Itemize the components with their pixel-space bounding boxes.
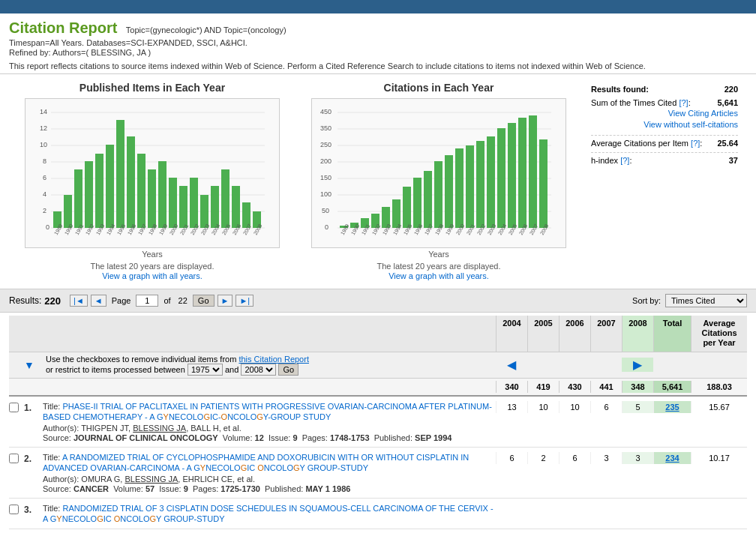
article2-total-link[interactable]: 234: [665, 454, 679, 463]
published-chart-svg: 0 2 4 6 8 10 12 14: [32, 102, 272, 237]
svg-rect-17: [64, 195, 72, 228]
article3-num: 3.: [24, 503, 43, 515]
page-input[interactable]: [136, 295, 158, 307]
svg-text:8: 8: [43, 157, 46, 165]
svg-text:350: 350: [320, 124, 332, 132]
article1-total-link[interactable]: 235: [665, 403, 679, 412]
published-chart-note: The latest 20 years are displayed.: [9, 262, 296, 271]
svg-text:200: 200: [320, 157, 332, 165]
citations-view-all-link[interactable]: View a graph with all years.: [388, 271, 489, 280]
sum-question[interactable]: [?]: [679, 98, 688, 107]
svg-text:450: 450: [320, 108, 332, 115]
article3-title-label: Title:: [43, 504, 63, 513]
nav-arrows-row: ▼ Use the checkboxes to remove individua…: [9, 352, 747, 379]
page-label: Page: [112, 296, 131, 305]
svg-text:0: 0: [46, 223, 50, 231]
svg-rect-20: [95, 154, 104, 228]
article1-checkbox[interactable]: [9, 403, 19, 412]
article2-source: Source: CANCER Volume: 57 Issue: 9 Pages…: [43, 484, 496, 493]
hindex-value: 37: [729, 156, 738, 165]
article-row-3: 3. Title: RANDOMIZED TRIAL OF 3 CISPLATI…: [9, 499, 747, 529]
article1-avg: 15.67: [691, 401, 747, 413]
view-citing-link[interactable]: View Citing Articles: [591, 109, 738, 118]
prev-year-arrow[interactable]: ◀: [496, 358, 527, 372]
stats-panel: Results found: 220 Sum of the Times Cite…: [582, 82, 747, 281]
svg-rect-84: [466, 145, 474, 228]
avg-question[interactable]: [?]: [691, 139, 700, 148]
article3-content: Title: RANDOMIZED TRIAL OF 3 CISPLATIN D…: [43, 503, 496, 524]
svg-rect-82: [445, 155, 453, 228]
go-button[interactable]: Go: [193, 295, 214, 307]
published-chart-container: 0 2 4 6 8 10 12 14: [25, 98, 280, 248]
next-page-button[interactable]: ►: [218, 295, 233, 307]
svg-rect-32: [221, 169, 230, 228]
svg-rect-29: [190, 178, 198, 228]
published-years-label: Years: [9, 250, 296, 259]
article2-2005: 2: [527, 452, 559, 464]
down-arrow-icon[interactable]: ▼: [24, 359, 34, 371]
from-year-select[interactable]: 19751976197719781979 1980198519901995200…: [188, 364, 223, 376]
article2-2007: 3: [590, 452, 622, 464]
svg-rect-90: [529, 115, 537, 228]
svg-rect-27: [169, 178, 177, 228]
first-page-button[interactable]: |◄: [70, 295, 88, 307]
hindex-question[interactable]: [?]: [620, 156, 629, 165]
svg-text:14: 14: [40, 108, 47, 115]
sum-cited-value: 5,641: [717, 98, 738, 107]
article2-2006: 6: [559, 452, 590, 464]
article2-title-link[interactable]: A RANDOMIZED TRIAL OF CYCLOPHOSPHAMIDE A…: [43, 453, 469, 472]
article2-checkbox[interactable]: [9, 454, 19, 463]
svg-text:10: 10: [40, 141, 47, 148]
total-2004: 340: [496, 381, 527, 393]
restrict-go-button[interactable]: Go: [278, 364, 298, 376]
published-chart-block: Published Items in Each Year 0 2 4 6 8 1…: [9, 82, 296, 281]
year2005-col-header: 2005: [527, 316, 559, 352]
avg-citations-label: Average Citations per Item [?]:: [591, 139, 702, 148]
or-restrict-text: or restrict to items processed between: [46, 365, 185, 374]
svg-rect-79: [413, 178, 422, 228]
total-pages: 22: [178, 296, 188, 305]
svg-rect-83: [455, 148, 464, 228]
svg-rect-18: [74, 169, 82, 228]
svg-rect-19: [85, 161, 93, 228]
article3-checkbox[interactable]: [9, 505, 19, 514]
charts-section: Published Items in Each Year 0 2 4 6 8 1…: [0, 74, 756, 289]
prev-page-button[interactable]: ◄: [91, 295, 106, 307]
article1-2008: 5: [622, 401, 653, 413]
article3-title-link[interactable]: RANDOMIZED TRIAL OF 3 CISPLATIN DOSE SCH…: [43, 504, 494, 523]
article1-authors: Author(s): THIGPEN JT, BLESSING JA, BALL…: [43, 424, 496, 433]
top-bar: [0, 0, 756, 13]
header-query: Topic=(gynecologic*) AND Topic=(oncology…: [126, 25, 286, 34]
svg-rect-24: [137, 154, 146, 228]
svg-text:12: 12: [40, 124, 47, 132]
header-refined: Refined by: Authors=( BLESSING, JA ): [9, 48, 747, 57]
avg-col-header: AverageCitationsper Year: [691, 316, 747, 352]
article2-content: Title: A RANDOMIZED TRIAL OF CYCLOPHOSPH…: [43, 452, 496, 493]
last-page-button[interactable]: ►|: [236, 295, 254, 307]
article2-total: 234: [653, 452, 691, 464]
next-year-arrow[interactable]: ▶: [622, 358, 653, 372]
citation-report-link[interactable]: this Citation Report: [238, 355, 309, 364]
article2-num: 2.: [24, 452, 43, 464]
results-found-label: Results found:: [591, 85, 649, 94]
article1-total: 235: [653, 401, 691, 413]
svg-rect-26: [158, 161, 166, 228]
article1-title-link[interactable]: PHASE-II TRIAL OF PACLITAXEL IN PATIENTS…: [43, 402, 492, 421]
article3-check: [9, 503, 24, 517]
title-col-header: [43, 316, 496, 352]
totals-row: 340 419 430 441 348 5,641 188.03: [9, 379, 747, 397]
view-without-link[interactable]: View without self-citations: [591, 120, 738, 129]
to-year-select[interactable]: 20082007200620052004: [241, 364, 276, 376]
pagination: |◄ ◄ Page of 22 Go ► ►|: [70, 295, 254, 307]
year2008-col-header: 2008: [622, 316, 653, 352]
article1-title-label: Title:: [43, 402, 63, 411]
num-col-header: [24, 316, 43, 352]
sort-select[interactable]: Times Cited Publication Date First Autho…: [665, 294, 747, 307]
num-col-space: ▼: [24, 359, 43, 371]
and-text: and: [225, 365, 238, 374]
published-view-all-link[interactable]: View a graph with all years.: [102, 271, 202, 280]
article1-2006: 10: [559, 401, 590, 413]
svg-rect-81: [434, 161, 442, 228]
article1-source: Source: JOURNAL OF CLINICAL ONCOLOGY Vol…: [43, 433, 496, 442]
year2006-col-header: 2006: [559, 316, 590, 352]
